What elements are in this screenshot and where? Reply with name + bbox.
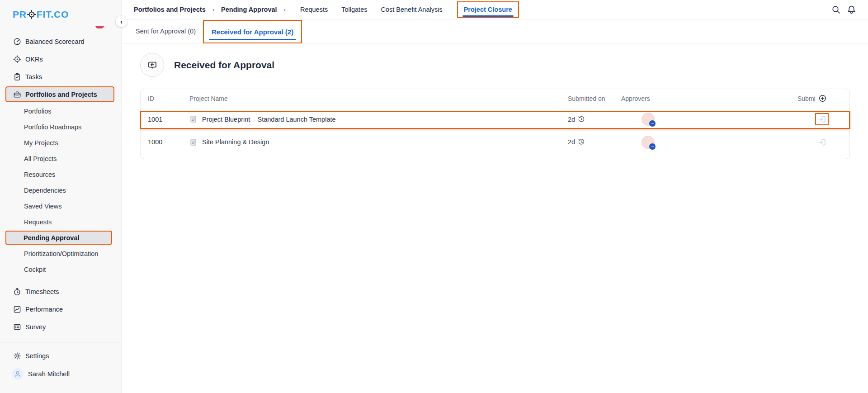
top-navbar: Portfolios and Projects › Pending Approv… <box>122 0 868 19</box>
sidebar-item-okrs[interactable]: OKRs <box>0 50 122 68</box>
sidebar-item-label: Balanced Scorecard <box>25 38 85 45</box>
sidebar-item-label: Survey <box>25 323 46 331</box>
page-content: Received for Approval ID Project Name Su… <box>122 43 868 159</box>
cell-approvers: … <box>621 136 797 149</box>
gauge-icon <box>13 38 21 46</box>
gear-icon <box>13 352 21 360</box>
breadcrumb-pending-approval[interactable]: Pending Approval <box>221 6 277 13</box>
cell-submitted-on: 2d <box>568 116 621 123</box>
project-name-text[interactable]: Site Planning & Design <box>202 138 269 146</box>
sidebar-item-balanced-scorecard[interactable]: Balanced Scorecard <box>0 33 122 50</box>
tab-project-closure-highlight: Project Closure <box>457 1 519 18</box>
main-area: Portfolios and Projects › Pending Approv… <box>122 0 868 393</box>
sidebar-item-dependencies[interactable]: Dependencies <box>0 182 122 198</box>
sidebar-item-performance[interactable]: Performance <box>0 300 122 318</box>
search-icon[interactable] <box>831 5 841 14</box>
cell-actions <box>797 115 849 123</box>
sidebar: PR FIT.CO <box>0 0 122 393</box>
sidebar-nav: Balanced Scorecard OKRs <box>0 33 122 336</box>
sidebar-item-timesheets[interactable]: Timesheets <box>0 283 122 300</box>
open-approval-button[interactable] <box>818 115 826 123</box>
stopwatch-icon <box>13 288 21 296</box>
sidebar-item-label: Portfolios and Projects <box>25 91 97 98</box>
chevron-right-icon: › <box>212 6 214 13</box>
sidebar-item-prioritization-optimization[interactable]: Prioritization/Optimization <box>0 246 122 261</box>
target-icon <box>13 55 21 63</box>
target-logo-icon <box>27 10 36 19</box>
sidebar-item-portfolios[interactable]: Portfolios <box>0 103 122 119</box>
tab-project-closure[interactable]: Project Closure <box>464 6 512 13</box>
logo-text: PR FIT.CO <box>13 9 69 20</box>
tab-sent-for-approval[interactable]: Sent for Approval (0) <box>136 28 196 35</box>
brand-logo[interactable]: PR FIT.CO <box>0 0 122 29</box>
cell-project-name[interactable]: Project Blueprint – Standard Launch Temp… <box>189 115 568 123</box>
approvals-table: ID Project Name Submitted on Approvers S… <box>140 89 850 159</box>
sidebar-item-all-projects[interactable]: All Projects <box>0 151 122 166</box>
sidebar-item-label: My Projects <box>24 139 58 147</box>
sidebar-item-label: Performance <box>25 306 63 313</box>
column-header-submit: Submi <box>797 95 849 102</box>
submitted-value: 2d <box>568 138 575 146</box>
cell-project-id: 1000 <box>141 138 189 146</box>
sidebar-item-label: Tasks <box>25 73 42 80</box>
sidebar-item-resources[interactable]: Resources <box>0 166 122 182</box>
bell-icon[interactable] <box>847 5 856 14</box>
sidebar-item-label: Settings <box>25 352 49 360</box>
sidebar-item-settings[interactable]: Settings <box>0 347 122 365</box>
chevron-right-icon: › <box>284 6 286 13</box>
sidebar-item-label: Portfolio Roadmaps <box>24 123 81 131</box>
user-name-label: Sarah Mitchell <box>28 370 70 378</box>
column-header-id: ID <box>141 95 189 102</box>
sidebar-user-profile[interactable]: Sarah Mitchell <box>0 365 122 384</box>
app-window: PR FIT.CO <box>0 0 868 393</box>
breadcrumb: Portfolios and Projects › Pending Approv… <box>134 6 286 13</box>
breadcrumb-portfolios-and-projects[interactable]: Portfolios and Projects <box>134 6 206 13</box>
tab-cost-benefit-analysis[interactable]: Cost Benefit Analysis <box>381 6 442 13</box>
sidebar-collapse-button[interactable]: ‹ <box>116 16 127 27</box>
sidebar-item-tasks[interactable]: Tasks <box>0 68 122 85</box>
active-tab-underline <box>209 39 296 41</box>
add-column-icon[interactable] <box>819 95 826 102</box>
tab-received-for-approval[interactable]: Received for Approval (2) <box>212 28 293 36</box>
sidebar-item-label: Resources <box>24 171 55 178</box>
open-approval-button[interactable] <box>818 138 826 147</box>
table-row[interactable]: 1001 Project Blueprint – Standard Launch… <box>141 108 849 131</box>
column-header-approvers: Approvers <box>621 95 797 102</box>
notification-arc <box>95 26 104 28</box>
clipboard-icon <box>13 73 21 81</box>
cell-actions <box>797 138 849 147</box>
table-row[interactable]: 1000 Site Planning & Design <box>141 131 849 153</box>
sidebar-item-requests[interactable]: Requests <box>0 214 122 230</box>
sidebar-item-my-projects[interactable]: My Projects <box>0 135 122 151</box>
sidebar-item-label: All Projects <box>24 155 57 162</box>
cell-project-name[interactable]: Site Planning & Design <box>189 138 568 146</box>
enter-arrow-icon <box>818 138 826 147</box>
sidebar-item-label: Timesheets <box>25 288 59 295</box>
sidebar-item-label: OKRs <box>25 56 43 63</box>
approver-avatar[interactable]: … <box>642 136 655 149</box>
tab-requests[interactable]: Requests <box>300 6 328 13</box>
document-icon <box>189 115 197 123</box>
logo-text-right: FIT.CO <box>37 9 69 20</box>
briefcase-icon <box>13 90 21 99</box>
sidebar-item-label: Saved Views <box>24 203 62 210</box>
logo-text-left: PR <box>13 9 27 20</box>
tab-received-for-approval-highlight: Received for Approval (2) <box>203 20 302 43</box>
history-clock-icon <box>578 116 585 123</box>
sidebar-item-saved-views[interactable]: Saved Views <box>0 198 122 214</box>
sidebar-item-portfolios-and-projects[interactable]: Portfolios and Projects <box>5 86 114 102</box>
project-name-text[interactable]: Project Blueprint – Standard Launch Temp… <box>202 116 336 123</box>
approver-avatar[interactable]: … <box>642 113 655 126</box>
sidebar-item-cockpit[interactable]: Cockpit <box>0 261 122 277</box>
sidebar-item-survey[interactable]: Survey <box>0 318 122 336</box>
topbar-icons <box>831 5 856 14</box>
sidebar-item-portfolio-roadmaps[interactable]: Portfolio Roadmaps <box>0 119 122 135</box>
pending-badge: … <box>649 143 656 150</box>
sidebar-item-label: Pending Approval <box>24 234 80 241</box>
cell-submitted-on: 2d <box>568 138 621 146</box>
top-tabs: Requests Tollgates Cost Benefit Analysis… <box>300 1 519 18</box>
sidebar-item-pending-approval[interactable]: Pending Approval <box>5 231 112 245</box>
tab-tollgates[interactable]: Tollgates <box>341 6 367 13</box>
back-button[interactable] <box>140 53 164 77</box>
submitted-value: 2d <box>568 116 575 123</box>
